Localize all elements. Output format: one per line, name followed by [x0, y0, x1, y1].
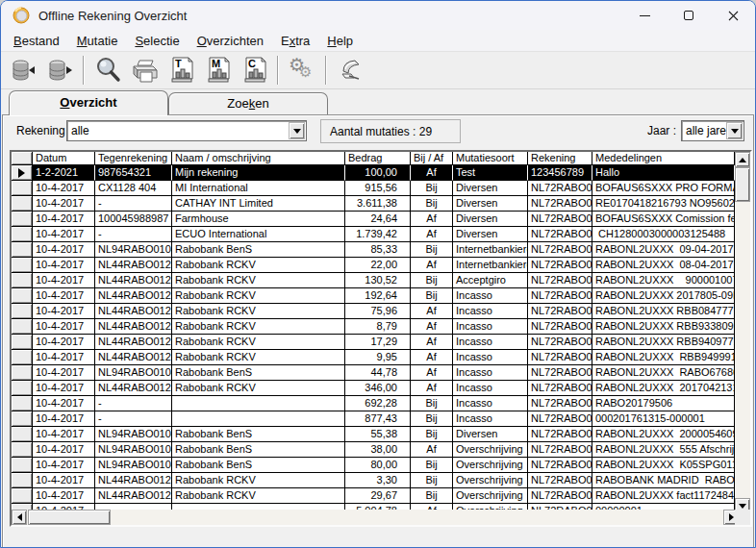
- column-header-datum[interactable]: Datum: [33, 152, 95, 165]
- cell-mutatiesoort[interactable]: Incasso: [453, 411, 528, 427]
- cell-naam[interactable]: CATHAY INT Limited: [172, 196, 345, 212]
- row-selector[interactable]: [12, 319, 33, 335]
- cell-bedrag[interactable]: 55,38: [345, 427, 411, 442]
- cell-bedrag[interactable]: 3,30: [345, 473, 411, 488]
- table-row[interactable]: 10-4-2017NL44RABO0123Rabobank RCKV346,00…: [12, 381, 750, 396]
- cell-naam[interactable]: Farmhouse: [172, 212, 345, 227]
- cell-naam[interactable]: Rabobank BenS: [172, 458, 345, 473]
- row-selector[interactable]: [12, 396, 33, 411]
- cell-datum[interactable]: 10-4-2017: [33, 335, 95, 350]
- menu-item-extra[interactable]: Extra: [272, 32, 318, 50]
- cell-mededelingen[interactable]: RABONL2UXXX RBB9409772: [592, 335, 735, 350]
- cell-rekening[interactable]: NL72RABO01: [528, 488, 592, 504]
- cell-tegenrekening[interactable]: NL44RABO0123: [95, 288, 172, 304]
- cell-mutatiesoort[interactable]: Internetbankieren: [453, 258, 528, 273]
- cell-datum[interactable]: 10-4-2017: [33, 381, 95, 396]
- cell-mededelingen[interactable]: BOFAUS6SXXX PRO FORMA: [592, 181, 735, 196]
- row-selector[interactable]: [12, 473, 33, 488]
- cell-naam[interactable]: [172, 411, 345, 427]
- cell-bedrag[interactable]: 85,33: [345, 242, 411, 258]
- cell-tegenrekening[interactable]: -: [95, 411, 172, 427]
- table-row[interactable]: 10-4-2017NL94RABO0104Rabobank BenS80,00B…: [12, 458, 750, 473]
- menu-item-help[interactable]: Help: [318, 32, 362, 50]
- cell-datum[interactable]: 10-4-2017: [33, 427, 95, 442]
- cell-bedrag[interactable]: 8,79: [345, 319, 411, 335]
- cell-mutatiesoort[interactable]: Incasso: [453, 365, 528, 381]
- cell-bijaf[interactable]: Af: [411, 319, 453, 335]
- cell-bijaf[interactable]: Bij: [411, 242, 453, 258]
- cell-naam[interactable]: Rabobank BenS: [172, 427, 345, 442]
- cell-rekening[interactable]: NL72RABO01: [528, 212, 592, 227]
- cell-bedrag[interactable]: 17,29: [345, 335, 411, 350]
- cell-datum[interactable]: 10-4-2017: [33, 411, 95, 427]
- cell-rekening[interactable]: NL72RABO01: [528, 227, 592, 242]
- table-row[interactable]: 10-4-2017NL44RABO0123Rabobank RCKV22,00A…: [12, 258, 750, 273]
- cell-mededelingen[interactable]: RABONL2UXXX 900001007: [592, 273, 735, 288]
- cell-naam[interactable]: Mijn rekening: [172, 165, 345, 181]
- cell-bedrag[interactable]: 9,95: [345, 350, 411, 365]
- cell-bijaf[interactable]: Af: [411, 304, 453, 319]
- horizontal-scroll-thumb[interactable]: [28, 510, 111, 525]
- cell-bijaf[interactable]: Bij: [411, 196, 453, 212]
- column-header-rekening[interactable]: Rekening: [528, 152, 592, 165]
- database-next-button[interactable]: [41, 53, 78, 87]
- cell-tegenrekening[interactable]: NL44RABO0123: [95, 381, 172, 396]
- cell-bijaf[interactable]: Bij: [411, 411, 453, 427]
- cell-datum[interactable]: 10-4-2017: [33, 458, 95, 473]
- table-row[interactable]: 10-4-2017100045988987Farmhouse24,64AfDiv…: [12, 212, 750, 227]
- column-header-mededelingen[interactable]: Mededelingen: [592, 152, 735, 165]
- search-button[interactable]: [89, 53, 126, 87]
- table-row[interactable]: 10-4-2017CX1128 404MI International915,5…: [12, 181, 750, 196]
- cell-rekening[interactable]: NL72RABO01: [528, 304, 592, 319]
- table-row[interactable]: 10-4-2017NL44RABO0123Rabobank RCKV3,30Bi…: [12, 473, 750, 488]
- cell-mutatiesoort[interactable]: Diversen: [453, 227, 528, 242]
- table-row[interactable]: 10-4-2017-877,43BijIncassoNL72RABO010002…: [12, 411, 750, 427]
- column-header-bijaf[interactable]: Bij / Af: [411, 152, 453, 165]
- report-c-button[interactable]: C: [236, 53, 272, 87]
- cell-tegenrekening[interactable]: CX1128 404: [95, 181, 172, 196]
- menu-item-overzichten[interactable]: Overzichten: [189, 32, 272, 50]
- table-row[interactable]: 10-4-2017-ECUO International1.739,42AfDi…: [12, 227, 750, 242]
- cell-tegenrekening[interactable]: NL94RABO0104: [95, 458, 172, 473]
- cell-bedrag[interactable]: 44,78: [345, 365, 411, 381]
- cell-datum[interactable]: 10-4-2017: [33, 273, 95, 288]
- cell-bedrag[interactable]: 80,00: [345, 458, 411, 473]
- cell-rekening[interactable]: NL72RABO01: [528, 288, 592, 304]
- cell-bijaf[interactable]: Bij: [411, 181, 453, 196]
- row-selector[interactable]: [12, 365, 33, 381]
- maximize-button[interactable]: [667, 1, 711, 30]
- cell-bedrag[interactable]: 3.611,38: [345, 196, 411, 212]
- cell-bijaf[interactable]: Bij: [411, 473, 453, 488]
- cell-rekening[interactable]: NL72RABO01: [528, 258, 592, 273]
- cell-naam[interactable]: Rabobank BenS: [172, 242, 345, 258]
- cell-tegenrekening[interactable]: NL44RABO0123: [95, 273, 172, 288]
- rekening-combobox-dropdown-button[interactable]: [289, 122, 305, 139]
- row-selector[interactable]: [12, 273, 33, 288]
- table-row[interactable]: 10-4-2017NL94RABO0104Rabobank BenS44,78A…: [12, 365, 750, 381]
- table-row[interactable]: 10-4-2017NL44RABO0123Rabobank RCKV17,29A…: [12, 335, 750, 350]
- cell-mutatiesoort[interactable]: Acceptgiro: [453, 273, 528, 288]
- rekening-combobox[interactable]: alle: [66, 120, 307, 141]
- column-header-naam[interactable]: Naam / omschrijving: [172, 152, 345, 165]
- cell-datum[interactable]: 10-4-2017: [33, 396, 95, 411]
- cell-bedrag[interactable]: 915,56: [345, 181, 411, 196]
- cell-bijaf[interactable]: Bij: [411, 488, 453, 504]
- cell-mutatiesoort[interactable]: Test: [453, 165, 528, 181]
- cell-rekening[interactable]: NL72RABO01: [528, 442, 592, 458]
- cell-tegenrekening[interactable]: NL94RABO0104: [95, 242, 172, 258]
- cell-tegenrekening[interactable]: NL44RABO0123: [95, 350, 172, 365]
- cell-bijaf[interactable]: Af: [411, 350, 453, 365]
- cell-bedrag[interactable]: 1.739,42: [345, 227, 411, 242]
- cell-tegenrekening[interactable]: NL94RABO0104: [95, 442, 172, 458]
- cell-datum[interactable]: 1-2-2021: [33, 165, 95, 181]
- cell-rekening[interactable]: NL72RABO01: [528, 273, 592, 288]
- row-selector[interactable]: [12, 165, 33, 181]
- row-selector[interactable]: [12, 335, 33, 350]
- cell-rekening[interactable]: NL72RABO01: [528, 381, 592, 396]
- cell-tegenrekening[interactable]: NL44RABO0123: [95, 335, 172, 350]
- cell-bedrag[interactable]: 192,64: [345, 288, 411, 304]
- table-row[interactable]: 10-4-2017NL94RABO0104Rabobank BenS55,38B…: [12, 427, 750, 442]
- cell-tegenrekening[interactable]: NL44RABO0123: [95, 258, 172, 273]
- cell-naam[interactable]: Rabobank BenS: [172, 442, 345, 458]
- cell-bijaf[interactable]: Af: [411, 381, 453, 396]
